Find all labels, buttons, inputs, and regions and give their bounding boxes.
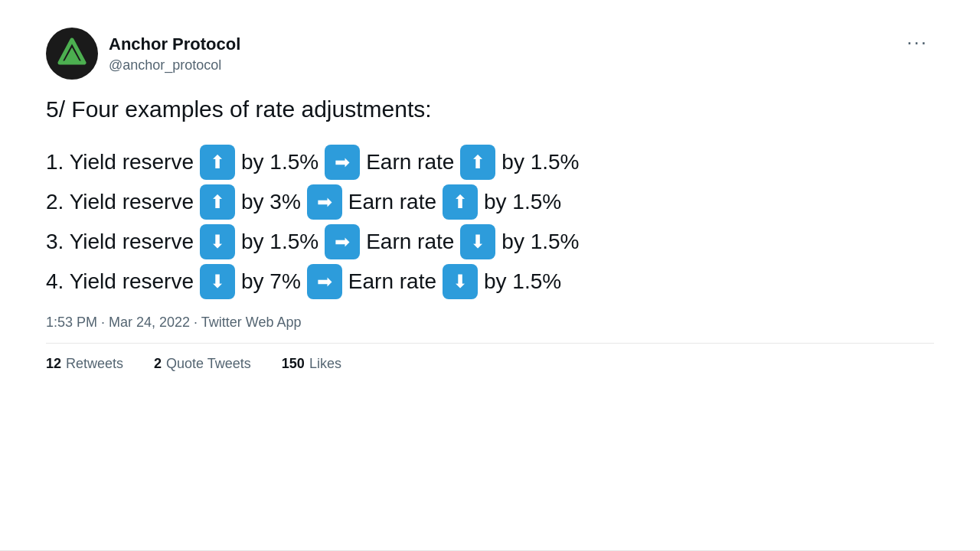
line3-mid: by 1.5% [241, 225, 318, 259]
line3-prefix: 3. Yield reserve [46, 225, 194, 259]
quote-tweets-count: 2 [154, 356, 162, 372]
tweet-line-3: 3. Yield reserve ⬇ by 1.5% ➡ Earn rate ⬇… [46, 224, 934, 259]
tweet-container: Anchor Protocol @anchor_protocol ··· 5/ … [0, 0, 980, 551]
line2-suffix: by 1.5% [484, 185, 561, 220]
line3-suffix: by 1.5% [501, 225, 579, 259]
tweet-intro: 5/ Four examples of rate adjustments: [46, 92, 934, 126]
line4-prefix: 4. Yield reserve [46, 265, 194, 299]
line1-arrow2-up-icon: ⬆ [460, 145, 495, 180]
line1-right-arrow-icon: ➡ [325, 145, 360, 180]
line4-mid: by 7% [241, 265, 301, 299]
tweet-body: 5/ Four examples of rate adjustments: 1.… [46, 92, 934, 299]
account-info: Anchor Protocol @anchor_protocol [109, 34, 240, 73]
line4-arrow1-down-icon: ⬇ [200, 264, 235, 299]
line4-earn-label: Earn rate [348, 265, 436, 299]
line1-arrow1-up-icon: ⬆ [200, 145, 235, 180]
account-name[interactable]: Anchor Protocol [109, 34, 240, 56]
retweets-label: Retweets [66, 356, 123, 372]
line3-arrow2-down-icon: ⬇ [460, 224, 495, 259]
line2-right-arrow-icon: ➡ [307, 184, 342, 220]
line3-right-arrow-icon: ➡ [325, 224, 360, 259]
tweet-header-left: Anchor Protocol @anchor_protocol [46, 28, 240, 80]
tweet-timestamp: 1:53 PM · Mar 24, 2022 · Twitter Web App [46, 315, 934, 331]
line2-arrow2-up-icon: ⬆ [443, 184, 478, 220]
line3-arrow1-down-icon: ⬇ [200, 224, 235, 259]
line1-suffix: by 1.5% [501, 145, 579, 180]
line4-right-arrow-icon: ➡ [307, 264, 342, 299]
quote-tweets-label: Quote Tweets [166, 356, 251, 372]
likes-stat[interactable]: 150 Likes [282, 356, 341, 372]
line2-mid: by 3% [241, 185, 301, 220]
account-handle[interactable]: @anchor_protocol [109, 57, 240, 73]
line1-earn-label: Earn rate [366, 145, 454, 180]
avatar[interactable] [46, 28, 98, 80]
line2-arrow1-up-icon: ⬆ [200, 184, 235, 220]
retweets-stat[interactable]: 12 Retweets [46, 356, 123, 372]
likes-count: 150 [282, 356, 305, 372]
more-options-button[interactable]: ··· [900, 28, 934, 57]
line3-earn-label: Earn rate [366, 225, 454, 259]
likes-label: Likes [309, 356, 341, 372]
quote-tweets-stat[interactable]: 2 Quote Tweets [154, 356, 251, 372]
tweet-lines: 1. Yield reserve ⬆ by 1.5% ➡ Earn rate ⬆… [46, 145, 934, 299]
tweet-line-2: 2. Yield reserve ⬆ by 3% ➡ Earn rate ⬆ b… [46, 184, 934, 220]
line4-arrow2-down-icon: ⬇ [443, 264, 478, 299]
line1-mid: by 1.5% [241, 145, 318, 180]
retweets-count: 12 [46, 356, 61, 372]
tweet-stats: 12 Retweets 2 Quote Tweets 150 Likes [46, 343, 934, 384]
tweet-line-1: 1. Yield reserve ⬆ by 1.5% ➡ Earn rate ⬆… [46, 145, 934, 180]
tweet-header: Anchor Protocol @anchor_protocol ··· [46, 28, 934, 80]
line2-earn-label: Earn rate [348, 185, 436, 220]
line2-prefix: 2. Yield reserve [46, 185, 194, 220]
line4-suffix: by 1.5% [484, 265, 561, 299]
tweet-line-4: 4. Yield reserve ⬇ by 7% ➡ Earn rate ⬇ b… [46, 264, 934, 299]
line1-prefix: 1. Yield reserve [46, 145, 194, 180]
